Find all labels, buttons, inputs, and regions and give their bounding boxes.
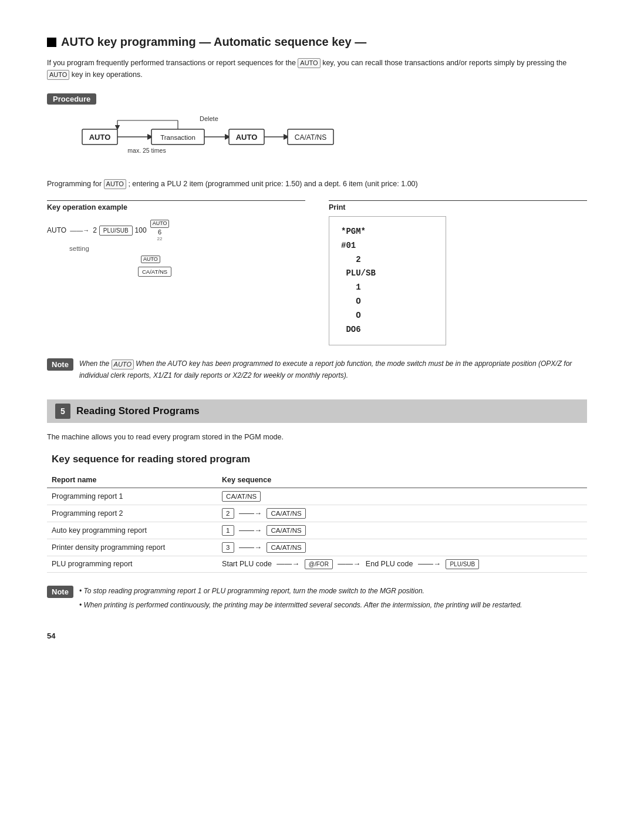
- section-banner-title: Reading Stored Programs: [76, 405, 200, 417]
- note-label-1: Note: [47, 358, 73, 371]
- key-op-diagram: AUTO ——→ 2 PLU/SUB 100 AUTO 6 22 sett: [47, 220, 305, 277]
- auto-key-stack-mid: AUTO: [141, 256, 160, 264]
- auto-key-stack-top: AUTO: [150, 220, 170, 228]
- key-op-row-2: setting: [69, 245, 305, 252]
- procedure-section: Procedure Delete AUTO Transaction: [47, 93, 587, 167]
- plusub-key-5: PLU/SUB: [446, 559, 479, 569]
- delete-label: Delete: [200, 115, 218, 122]
- section-banner: 5 Reading Stored Programs: [47, 399, 587, 423]
- key-seq-1: CA/AT/NS: [217, 488, 587, 505]
- caatns-key-1: CA/AT/NS: [222, 491, 261, 502]
- black-square-icon: [47, 38, 56, 47]
- svg-text:CA/AT/NS: CA/AT/NS: [295, 133, 326, 142]
- note-text-1: When the AUTO When the AUTO key has been…: [79, 358, 587, 382]
- table-row: Auto key programming report 1 ——→ CA/AT/…: [47, 522, 587, 539]
- auto-key-title: AUTO key programming — Automatic sequenc…: [47, 35, 587, 49]
- procedure-label: Procedure: [47, 93, 96, 105]
- note-text-2: • To stop reading programming report 1 o…: [79, 586, 522, 614]
- example-section: Key operation example AUTO ——→ 2 PLU/SUB…: [47, 200, 587, 345]
- table-row: Programming report 2 2 ——→ CA/AT/NS: [47, 505, 587, 522]
- table-row: PLU programming report Start PLU code ——…: [47, 556, 587, 572]
- example-desc: Programming for AUTO ; entering a PLU 2 …: [47, 178, 587, 190]
- auto-key-note-inline: AUTO: [112, 359, 134, 369]
- procedure-diagram: Delete AUTO Transaction max. 25 times: [65, 113, 587, 167]
- table-row: Programming report 1 CA/AT/NS: [47, 488, 587, 505]
- note-label-2: Note: [47, 586, 73, 598]
- key-operation-header: Key operation example: [47, 201, 305, 216]
- table-header-row: Report name Key sequence: [47, 473, 587, 488]
- for-key: @/FOR: [305, 559, 333, 569]
- auto-key-section: AUTO key programming — Automatic sequenc…: [47, 35, 587, 382]
- num-key-2: 2: [222, 508, 234, 519]
- key-op-row-4: CA/AT/NS: [138, 267, 305, 277]
- svg-text:Transaction: Transaction: [160, 134, 195, 141]
- caatns-key-3: CA/AT/NS: [267, 525, 305, 536]
- note-box-2: Note • To stop reading programming repor…: [47, 586, 587, 614]
- auto-key-inline-2: AUTO: [47, 70, 69, 80]
- report-name-4: Printer density programming report: [47, 539, 217, 556]
- procedure-svg: Delete AUTO Transaction max. 25 times: [65, 113, 370, 166]
- table-row: Printer density programming report 3 ——→…: [47, 539, 587, 556]
- num-key-4: 3: [222, 542, 234, 553]
- key-seq-5: Start PLU code ——→ @/FOR ——→ End PLU cod…: [217, 556, 587, 572]
- key-seq-2: 2 ——→ CA/AT/NS: [217, 505, 587, 522]
- caatns-key-op: CA/AT/NS: [138, 267, 171, 277]
- report-name-2: Programming report 2: [47, 505, 217, 522]
- section-desc: The machine allows you to read every pro…: [47, 431, 587, 443]
- print-box: Print *PGM* #01 2 PLU/SB 1 O O DO6: [329, 200, 587, 345]
- key-seq-4: 3 ——→ CA/AT/NS: [217, 539, 587, 556]
- reading-section: 5 Reading Stored Programs The machine al…: [47, 399, 587, 614]
- svg-text:AUTO: AUTO: [89, 133, 111, 142]
- auto-key-inline-1: AUTO: [298, 58, 320, 68]
- report-name-5: PLU programming report: [47, 556, 217, 572]
- key-op-row-3: AUTO: [141, 256, 305, 264]
- page-number: 54: [47, 631, 587, 640]
- section-number: 5: [55, 404, 70, 419]
- report-name-3: Auto key programming report: [47, 522, 217, 539]
- caatns-key-2: CA/AT/NS: [267, 508, 305, 519]
- plusub-key: PLU/SUB: [99, 226, 133, 236]
- auto-key-example-inline: AUTO: [104, 179, 126, 189]
- key-seq-table: Report name Key sequence Programming rep…: [47, 473, 587, 573]
- col-key-sequence: Key sequence: [217, 473, 587, 488]
- num-key-3: 1: [222, 525, 234, 536]
- print-receipt: *PGM* #01 2 PLU/SB 1 O O DO6: [329, 216, 446, 345]
- key-operation-box: Key operation example AUTO ——→ 2 PLU/SUB…: [47, 200, 305, 345]
- print-header: Print: [329, 201, 587, 216]
- svg-text:max. 25 times: max. 25 times: [127, 147, 166, 154]
- note-box-1: Note When the AUTO When the AUTO key has…: [47, 358, 587, 382]
- intro-paragraph: If you program frequently performed tran…: [47, 57, 587, 80]
- svg-text:AUTO: AUTO: [236, 133, 258, 142]
- caatns-key-4: CA/AT/NS: [267, 542, 305, 553]
- subsection-title: Key sequence for reading stored program: [47, 453, 587, 465]
- report-name-1: Programming report 1: [47, 488, 217, 505]
- key-seq-3: 1 ——→ CA/AT/NS: [217, 522, 587, 539]
- col-report-name: Report name: [47, 473, 217, 488]
- key-op-row-1: AUTO ——→ 2 PLU/SUB 100 AUTO 6 22: [47, 220, 305, 241]
